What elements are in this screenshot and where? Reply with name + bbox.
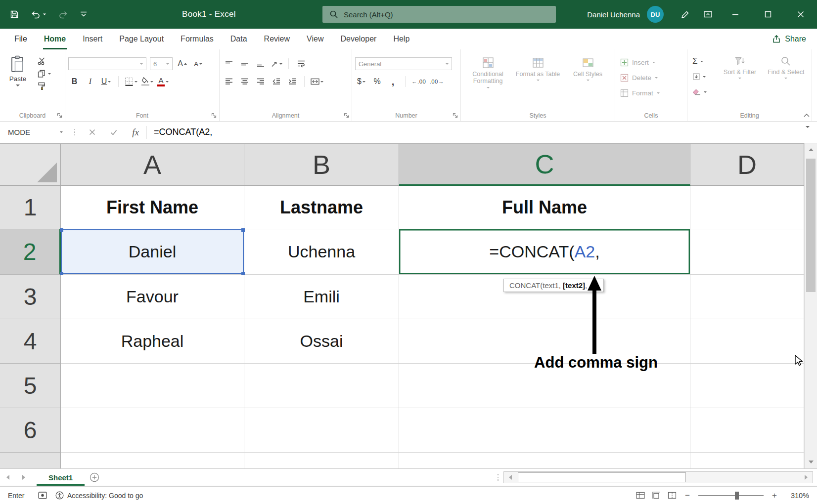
align-top-button[interactable] [223,57,235,70]
cell-D1[interactable] [690,186,804,229]
align-center-button[interactable] [238,75,251,88]
cut-button[interactable] [38,57,51,65]
save-button[interactable] [10,10,19,19]
orientation-button[interactable] [270,57,282,70]
cell-D7[interactable] [690,453,804,468]
comma-style-button[interactable]: , [387,75,399,88]
undo-button[interactable] [31,10,46,19]
underline-button[interactable]: U [100,75,112,88]
clear-button[interactable] [690,85,716,98]
scroll-right-button[interactable] [800,472,813,483]
column-header-c[interactable]: C [399,144,690,186]
merge-center-button[interactable] [311,75,323,88]
sort-filter-button[interactable]: Sort & Filter [717,53,762,108]
row-header-5[interactable]: 5 [0,364,61,408]
font-size-select[interactable]: 6 [150,57,173,70]
zoom-slider-handle[interactable] [735,492,739,500]
page-break-view-button[interactable] [668,492,677,499]
paste-button[interactable]: Paste [3,53,33,108]
align-right-button[interactable] [254,75,267,88]
cancel-button[interactable] [81,122,103,143]
avatar[interactable]: DU [647,6,664,23]
wrap-text-button[interactable] [295,57,307,70]
font-color-button[interactable]: A [157,75,169,88]
tab-formulas[interactable]: Formulas [172,29,222,49]
accounting-format-button[interactable]: $ [355,75,367,88]
tab-developer[interactable]: Developer [332,29,385,49]
select-all-corner[interactable] [0,144,61,186]
sheet-nav-right-button[interactable] [16,469,32,486]
cell-D2[interactable] [690,229,804,275]
formula-input[interactable]: =CONCAT(A2, [147,127,817,137]
cell-D6[interactable] [690,408,804,453]
font-dialog-launcher[interactable] [211,113,217,118]
minimize-button[interactable] [719,0,752,29]
enter-button[interactable] [103,122,125,143]
sheet-nav-left-button[interactable] [0,469,16,486]
number-format-select[interactable]: General [355,57,452,70]
search-box[interactable]: Search (Alt+Q) [322,6,556,23]
insert-cells-button[interactable]: Insert [618,55,684,69]
align-middle-button[interactable] [238,57,251,70]
format-cells-button[interactable]: Format [618,86,684,100]
add-sheet-button[interactable] [85,469,104,486]
maximize-button[interactable] [752,0,784,29]
percent-style-button[interactable]: % [371,75,383,88]
share-button[interactable]: Share [772,29,806,49]
cell-D5[interactable] [690,364,804,408]
name-box[interactable]: MODE [0,122,68,143]
cell-B3[interactable]: Emili [244,275,399,319]
bold-button[interactable]: B [68,75,81,88]
row-header-3[interactable]: 3 [0,275,61,319]
autosum-button[interactable]: Σ [690,55,716,68]
column-header-b[interactable]: B [244,144,399,186]
zoom-out-button[interactable]: − [683,491,691,501]
cell-C6[interactable] [399,408,690,453]
cell-B1[interactable]: Lastname [244,186,399,229]
tab-data[interactable]: Data [222,29,256,49]
clipboard-dialog-launcher[interactable] [57,113,62,118]
font-name-select[interactable] [68,57,146,70]
vertical-scroll-thumb[interactable] [806,159,816,292]
delete-cells-button[interactable]: Delete [618,71,684,84]
scroll-up-button[interactable] [805,143,817,156]
decrease-indent-button[interactable] [270,75,282,88]
cell-A2[interactable]: Daniel [61,229,244,275]
format-painter-button[interactable] [38,82,51,90]
number-dialog-launcher[interactable] [453,113,458,118]
redo-button[interactable] [58,10,68,19]
tab-page-layout[interactable]: Page Layout [111,29,172,49]
tab-help[interactable]: Help [385,29,418,49]
increase-font-size-button[interactable]: A [176,57,188,70]
format-as-table-button[interactable]: Format as Table [514,54,562,108]
conditional-formatting-button[interactable]: Conditional Formatting [464,54,512,108]
cell-B6[interactable] [244,408,399,453]
row-header-7[interactable] [0,453,61,468]
inking-button[interactable] [674,10,696,19]
normal-view-button[interactable] [636,492,645,499]
cell-C2-formula[interactable]: =CONCAT(A2, [399,229,690,275]
alignment-dialog-launcher[interactable] [344,113,349,118]
horizontal-scroll-thumb[interactable] [518,472,686,482]
cell-A6[interactable] [61,408,244,453]
cell-D4[interactable] [690,319,804,364]
row-header-6[interactable]: 6 [0,408,61,453]
zoom-slider[interactable] [698,495,764,496]
scroll-left-button[interactable] [504,472,517,483]
increase-decimal-button[interactable]: ←.00 [411,75,426,88]
horizontal-scrollbar[interactable] [503,471,813,483]
tab-split-handle[interactable] [493,469,503,486]
macro-record-icon[interactable] [38,492,47,499]
cell-B7[interactable] [244,453,399,468]
align-bottom-button[interactable] [254,57,267,70]
italic-button[interactable]: I [84,75,96,88]
borders-button[interactable] [125,75,137,88]
cell-C1[interactable]: Full Name [399,186,690,229]
row-header-4[interactable]: 4 [0,319,61,364]
column-header-a[interactable]: A [61,144,244,186]
cell-A1[interactable]: First Name [61,186,244,229]
cell-styles-button[interactable]: Cell Styles [564,54,612,108]
zoom-level[interactable]: 310% [785,492,809,500]
ribbon-display-options-button[interactable] [696,10,719,19]
decrease-decimal-button[interactable]: .00→ [430,75,445,88]
